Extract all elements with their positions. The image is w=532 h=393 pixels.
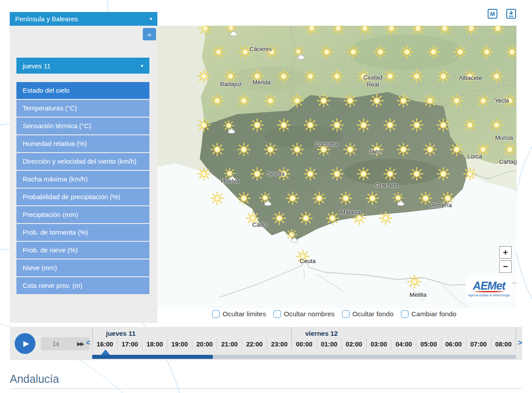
map-terrain	[157, 26, 516, 308]
city-label: Málaga	[340, 209, 360, 216]
time-cell[interactable]: 01:00	[317, 338, 341, 350]
time-row: 16:0017:0018:0019:0020:0021:0022:0023:00	[93, 338, 291, 350]
download-icon	[509, 11, 514, 17]
time-cell[interactable]: 03:00	[366, 338, 391, 350]
timeline-position-marker[interactable]	[101, 350, 110, 355]
play-icon: ▶	[23, 339, 29, 348]
aemet-logo-swoosh	[474, 291, 504, 292]
sidebar-collapse-button[interactable]: «	[143, 28, 156, 40]
map-options: Ocultar limitesOcultar nombresOcultar fo…	[212, 310, 457, 318]
sidebar-item[interactable]: Nieve (mm)	[16, 259, 149, 276]
time-cell[interactable]: 23:00	[266, 338, 291, 350]
sidebar-item[interactable]: Sensación térmica (°C)	[16, 118, 149, 134]
map-option[interactable]: Ocultar fondo	[342, 310, 394, 318]
time-cell[interactable]: 18:00	[142, 338, 167, 350]
day-label: viernes 12	[292, 328, 516, 338]
time-cell[interactable]: 19:00	[167, 338, 192, 350]
day-label: jueves 11	[93, 328, 291, 338]
city-label: Murcia	[495, 134, 513, 141]
aemet-logo-text: AEMet	[473, 281, 505, 291]
time-cell[interactable]: 08:00	[491, 338, 516, 350]
city-label: Albacete	[459, 75, 482, 81]
map-option[interactable]: Ocultar limites	[212, 310, 266, 318]
map-option-label: Ocultar limites	[223, 310, 266, 318]
city-label: Cáceres	[250, 46, 272, 52]
city-label: Lorca	[467, 153, 482, 160]
time-cell[interactable]: 06:00	[441, 338, 466, 350]
sidebar-item[interactable]: Racha máxima (km/h)	[16, 171, 149, 188]
speed-control[interactable]: 1x ▶▶	[41, 337, 90, 350]
weather-map[interactable]: CáceresBadajozMéridaCiudad RealAlbaceteY…	[157, 26, 516, 308]
aemet-logo: AEMet Agencia Estatal de Meteorología	[466, 276, 512, 301]
time-cell[interactable]: 16:00	[93, 338, 117, 350]
sidebar-item[interactable]: Prob. de tormenta (%)	[16, 224, 149, 241]
day-selector-dropdown[interactable]: jueves 11 ▾	[16, 58, 149, 74]
sidebar-item[interactable]: Precipitación (mm)	[16, 206, 149, 223]
city-label: Melilla	[410, 291, 426, 298]
timeline-day-group: viernes 1200:0001:0002:0003:0004:0005:00…	[291, 328, 516, 350]
time-cell[interactable]: 07:00	[466, 338, 491, 350]
map-option-label: Ocultar fondo	[352, 310, 394, 318]
city-label: Huelva	[221, 177, 239, 184]
zoom-out-button[interactable]: −	[499, 260, 512, 273]
sidebar-menu: Estado del cieloTemperaturas (°C)Sensaci…	[16, 82, 149, 295]
time-cell[interactable]: 22:00	[242, 338, 266, 350]
region-selector-dropdown[interactable]: Península y Baleares ▾	[10, 12, 157, 26]
city-label: Mérida	[252, 79, 270, 86]
day-selector-label: jueves 11	[23, 62, 51, 70]
sidebar-item[interactable]: Prob. de nieve (%)	[16, 242, 149, 259]
time-cell[interactable]: 21:00	[217, 338, 242, 350]
timeline-days: jueves 1116:0017:0018:0019:0020:0021:002…	[92, 328, 516, 350]
city-label: Ceuta	[300, 258, 316, 264]
aemet-logo-subtext: Agencia Estatal de Meteorología	[468, 294, 510, 297]
sidebar-item[interactable]: Estado del cielo	[16, 82, 149, 99]
time-cell[interactable]: 17:00	[117, 338, 142, 350]
checkbox-icon[interactable]	[342, 310, 350, 318]
zoom-controls: + −	[499, 246, 512, 275]
sidebar-item[interactable]: Probabilidad de precipitación (%)	[16, 189, 149, 205]
basemap-toggle-button[interactable]: M	[488, 9, 497, 19]
checkbox-icon[interactable]	[273, 310, 281, 318]
city-label: Jaén	[368, 148, 381, 155]
map-option[interactable]: Ocultar nombres	[273, 310, 335, 318]
time-cell[interactable]: 02:00	[341, 338, 366, 350]
sidebar-item[interactable]: Temperaturas (°C)	[16, 100, 149, 117]
time-cell[interactable]: 00:00	[292, 338, 316, 350]
region-selector-label: Península y Baleares	[15, 15, 78, 23]
city-label: Badajoz	[220, 81, 242, 87]
chevron-down-icon: ▾	[141, 63, 143, 69]
page-title: Andalucía	[10, 373, 59, 385]
chevron-down-icon: ▾	[149, 16, 152, 22]
map-option-label: Ocultar nombres	[284, 310, 335, 318]
city-label: Cádiz	[252, 221, 268, 228]
sidebar-item[interactable]: Cota nieve prov. (m)	[16, 277, 149, 294]
time-cell[interactable]: 20:00	[192, 338, 217, 350]
speed-label: 1x	[41, 340, 71, 347]
time-cell[interactable]: 05:00	[416, 338, 441, 350]
timeline-next-button[interactable]: >	[518, 338, 522, 347]
checkbox-icon[interactable]	[212, 310, 220, 318]
divider	[10, 389, 522, 389]
play-button[interactable]: ▶	[15, 333, 35, 354]
map-option-label: Cambiar fondo	[411, 310, 457, 318]
checkbox-icon[interactable]	[401, 310, 409, 318]
city-label: Sevilla	[267, 170, 285, 177]
map-option[interactable]: Cambiar fondo	[401, 310, 457, 318]
city-label: Córdoba	[315, 141, 338, 147]
timeline-day-group: jueves 1116:0017:0018:0019:0020:0021:002…	[92, 328, 291, 350]
timeline-prev-button[interactable]: <	[86, 338, 90, 347]
sidebar-item[interactable]: Humedad relativa (%)	[16, 135, 149, 152]
zoom-in-button[interactable]: +	[499, 246, 512, 259]
city-label: Cartagena	[499, 158, 516, 165]
time-row: 00:0001:0002:0003:0004:0005:0006:0007:00…	[292, 338, 516, 350]
timeline-progress-bar[interactable]	[92, 355, 516, 359]
timeline: ▶ 1x ▶▶ < > jueves 1116:0017:0018:0019:0…	[10, 327, 522, 360]
download-button[interactable]	[506, 9, 516, 19]
time-cell[interactable]: 04:00	[391, 338, 416, 350]
timeline-progress-fill	[92, 355, 213, 359]
city-label: Almería	[431, 202, 452, 208]
city-label: Granada	[375, 182, 399, 189]
sidebar-item[interactable]: Dirección y velocidad del viento (km/h)	[16, 153, 149, 170]
city-label: Ciudad Real	[360, 74, 385, 88]
city-label: Yecla	[495, 97, 509, 104]
